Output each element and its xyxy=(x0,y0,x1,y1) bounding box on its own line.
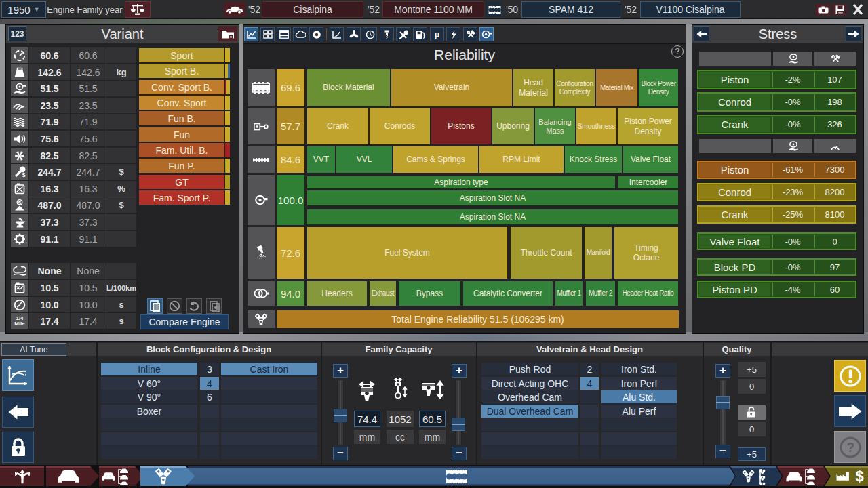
svg-text:?: ? xyxy=(846,440,854,455)
svg-text:$: $ xyxy=(18,200,22,206)
svg-text:$: $ xyxy=(22,171,26,178)
